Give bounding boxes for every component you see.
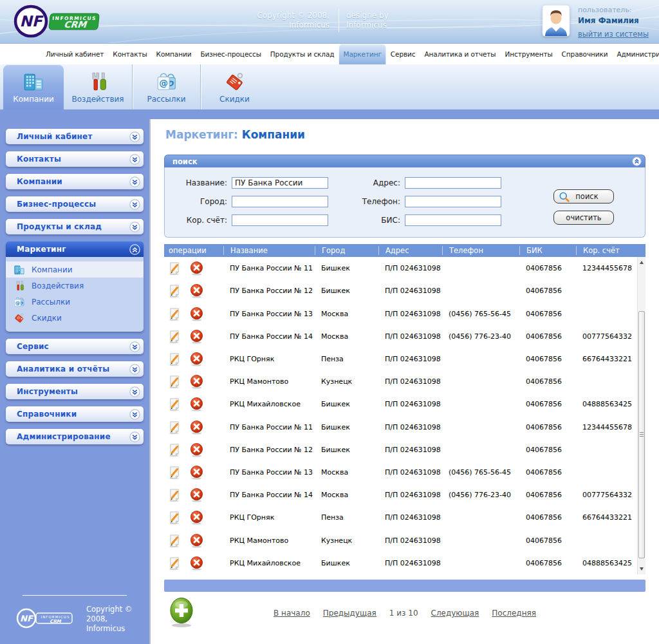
chevron-down-icon[interactable] [129, 386, 140, 397]
nav-tab-directories[interactable]: Справочники [557, 44, 613, 64]
edit-icon[interactable] [167, 465, 182, 480]
delete-icon[interactable] [189, 465, 204, 480]
cell-phone: (0456) 776-23-40 [442, 332, 519, 341]
page-title-prefix: Маркетинг: [165, 128, 238, 141]
edit-icon[interactable] [167, 283, 182, 298]
edit-icon[interactable] [167, 533, 182, 548]
delete-icon[interactable] [189, 261, 204, 276]
search-button[interactable]: поиск [553, 189, 614, 204]
delete-icon[interactable] [189, 533, 204, 548]
edit-icon[interactable] [167, 420, 182, 435]
nav-tab-service[interactable]: Сервис [386, 44, 420, 64]
nav-tab-administration[interactable]: Администрирование [612, 44, 659, 64]
sidebar-section-business-processes[interactable]: Бизнес-процессы [6, 196, 144, 212]
logout-link[interactable]: выйти из системы [578, 30, 649, 39]
sidebar-section-products-warehouse[interactable]: Продукты и склад [6, 219, 144, 234]
table-row: ПУ Банка России № 14МоскваП/П 024631098(… [164, 325, 637, 348]
nav-tab-tools[interactable]: Инструменты [501, 44, 557, 64]
chevron-down-icon[interactable] [129, 341, 140, 352]
sidebar-subitem-mailings[interactable]: D @Рассылки [6, 294, 144, 310]
chevron-down-icon[interactable] [129, 154, 140, 165]
chevron-down-icon[interactable] [129, 409, 140, 420]
pagination-next[interactable]: Следующая [431, 609, 479, 618]
toolbar-item-discounts[interactable]: Скидки [200, 64, 268, 109]
nav-tab-contacts[interactable]: Контакты [108, 44, 151, 64]
scrollbar-up-arrow[interactable] [638, 259, 645, 267]
delete-icon[interactable] [189, 510, 204, 525]
sidebar-section-administration[interactable]: Администрирование [6, 429, 144, 444]
nav-tab-marketing[interactable]: Маркетинг [339, 44, 385, 64]
edit-icon[interactable] [167, 397, 182, 412]
edit-icon[interactable] [167, 261, 182, 276]
name-input[interactable] [232, 177, 328, 189]
nav-tab-business-processes[interactable]: Бизнес-процессы [196, 44, 265, 64]
collapse-search-icon[interactable] [632, 156, 642, 166]
edit-icon[interactable] [167, 329, 182, 344]
phone-input[interactable] [405, 196, 501, 207]
toolbar-item-impacts[interactable]: Воздействия [64, 64, 132, 109]
cell-city: Бишкек [315, 400, 378, 408]
sidebar-section-contacts[interactable]: Контакты [6, 151, 144, 167]
sidebar-subitem-discounts[interactable]: Скидки [6, 310, 144, 326]
delete-icon[interactable] [189, 556, 204, 571]
cell-address: П/П 024631098 [378, 287, 442, 295]
corr-account-input[interactable] [232, 214, 328, 226]
delete-icon[interactable] [189, 420, 204, 435]
sidebar-section-personal[interactable]: Личный кабинет [6, 129, 144, 144]
table-row: РКЦ ГОрнякПензаП/П 024631098040678566676… [164, 348, 637, 370]
delete-icon[interactable] [189, 307, 204, 321]
chevron-down-icon[interactable] [129, 176, 140, 187]
toolbar-item-companies[interactable]: Компании [3, 64, 64, 109]
sidebar-section-companies[interactable]: Компании [6, 174, 144, 189]
app-header: INFORMICUS CRM NF Copyright © 2008, Info… [0, 0, 659, 44]
clear-button[interactable]: очистить [553, 211, 614, 225]
edit-icon[interactable] [167, 556, 182, 571]
sidebar-subitem-impacts[interactable]: Воздействия [6, 278, 144, 294]
edit-icon[interactable] [167, 488, 182, 502]
chevron-down-icon[interactable] [129, 199, 140, 210]
chevron-down-icon[interactable] [129, 431, 140, 442]
nav-tab-personal[interactable]: Личный кабинет [41, 44, 108, 64]
edit-icon[interactable] [167, 374, 182, 389]
nav-tab-companies[interactable]: Компании [152, 44, 196, 64]
edit-icon[interactable] [167, 510, 182, 525]
toolbar-item-mailings[interactable]: D @Рассылки [132, 64, 200, 109]
cell-name: РКЦ ГОрняк [223, 513, 315, 522]
edit-icon[interactable] [167, 352, 182, 366]
city-input[interactable] [232, 196, 328, 207]
delete-icon[interactable] [189, 283, 204, 298]
sidebar-section-tools[interactable]: Инструменты [6, 384, 144, 399]
edit-icon[interactable] [167, 442, 182, 457]
chevron-down-icon[interactable] [129, 131, 140, 142]
chevron-down-icon[interactable] [129, 222, 140, 232]
sidebar-section-marketing[interactable]: Маркетинг [6, 242, 144, 257]
cell-name: ПУ Банка России № 11 [223, 423, 315, 431]
scrollbar-down-arrow[interactable] [638, 565, 645, 573]
address-input[interactable] [405, 177, 501, 189]
delete-icon[interactable] [189, 374, 204, 389]
sidebar-section-directories[interactable]: Справочники [6, 406, 144, 422]
bis-input[interactable] [405, 214, 501, 226]
pagination-first[interactable]: В начало [274, 609, 310, 618]
toolbar-item-label: Воздействия [71, 95, 124, 104]
delete-icon[interactable] [189, 442, 204, 457]
sidebar-subitem-companies[interactable]: Компании [6, 261, 144, 278]
chevron-down-icon[interactable] [129, 364, 140, 375]
nav-tab-analytics-reports[interactable]: Аналитика и отчеты [420, 44, 501, 64]
pagination-prev[interactable]: Предыдущая [323, 609, 376, 618]
pagination-last[interactable]: Последняя [492, 609, 536, 618]
scrollbar-thumb[interactable] [638, 311, 645, 558]
sidebar-section-analytics-reports[interactable]: Аналитика и отчёты [6, 361, 144, 377]
delete-icon[interactable] [189, 488, 204, 502]
cell-name: ПУ Банка России № 14 [223, 491, 315, 499]
delete-icon[interactable] [189, 329, 204, 344]
sidebar-section-service[interactable]: Сервис [6, 339, 144, 354]
chevron-up-icon[interactable] [129, 244, 140, 255]
table-row: РКЦ ГОрнякПензаП/П 024631098040678566676… [164, 506, 637, 529]
edit-icon[interactable] [167, 307, 182, 321]
table-scrollbar[interactable] [637, 257, 645, 574]
delete-icon[interactable] [189, 352, 204, 366]
delete-icon[interactable] [189, 397, 204, 412]
nav-tab-products-warehouse[interactable]: Продукты и склад [266, 44, 339, 64]
clear-button-label: очистить [566, 213, 601, 222]
